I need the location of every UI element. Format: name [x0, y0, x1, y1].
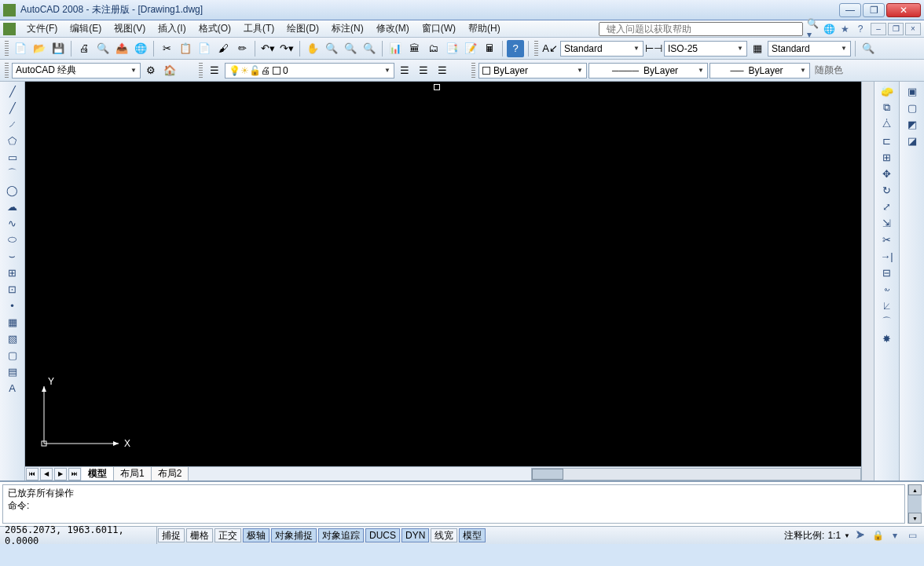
- region-button[interactable]: ▢: [4, 347, 21, 363]
- menu-modify[interactable]: 修改(M): [370, 20, 416, 37]
- color-combo[interactable]: ByLayer▼: [478, 63, 587, 79]
- menu-view[interactable]: 视图(V): [108, 20, 152, 37]
- tab-last-button[interactable]: ⏭: [68, 468, 81, 480]
- menu-tools[interactable]: 工具(T): [237, 20, 280, 37]
- dyn-toggle[interactable]: DYN: [402, 528, 429, 542]
- annot-autoscale-icon[interactable]: 🔒: [871, 528, 885, 542]
- close-button[interactable]: ✕: [886, 3, 921, 17]
- sheetset-button[interactable]: 📑: [443, 40, 460, 57]
- extend-button[interactable]: →|: [878, 248, 896, 264]
- gradient-button[interactable]: ▧: [4, 330, 21, 346]
- toolbar-grip[interactable]: [5, 63, 9, 79]
- sendback-button[interactable]: ▢: [904, 100, 921, 115]
- copy-obj-button[interactable]: ⧉: [878, 100, 896, 115]
- tablestyle-combo[interactable]: Standard▼: [768, 41, 851, 57]
- mirror-button[interactable]: ⧊: [878, 116, 896, 132]
- tab-model[interactable]: 模型: [82, 467, 114, 480]
- horizontal-scrollbar[interactable]: [531, 468, 861, 480]
- spline-button[interactable]: ∿: [4, 215, 21, 231]
- arc-button[interactable]: ⌒: [4, 166, 21, 181]
- polar-toggle[interactable]: 极轴: [243, 528, 270, 542]
- help-icon[interactable]: ?: [853, 22, 867, 36]
- erase-button[interactable]: 🧽: [878, 83, 896, 99]
- model-canvas[interactable]: X Y: [25, 82, 861, 466]
- linetype-combo[interactable]: ────ByLayer▼: [588, 63, 708, 79]
- new-button[interactable]: 📄: [12, 40, 29, 57]
- search-icon[interactable]: 🔍▾: [806, 22, 820, 36]
- help-search-input[interactable]: [599, 22, 803, 36]
- annot-visibility-icon[interactable]: ⮞: [853, 528, 867, 542]
- fillet-button[interactable]: ⌒: [878, 314, 896, 330]
- menu-help[interactable]: 帮助(H): [462, 20, 507, 37]
- menu-edit[interactable]: 编辑(E): [64, 20, 108, 37]
- chamfer-button[interactable]: ⟀: [878, 298, 896, 313]
- quickcalc-button[interactable]: 🖩: [481, 40, 498, 57]
- toolbar-grip[interactable]: [199, 63, 203, 79]
- layer-states-button[interactable]: ☰: [415, 62, 432, 79]
- table-button[interactable]: ▤: [4, 363, 21, 379]
- my-workspace-button[interactable]: 🏠: [161, 62, 178, 79]
- ducs-toggle[interactable]: DUCS: [365, 528, 400, 542]
- coordinates[interactable]: 2056.2073, 1963.6011, 0.0000: [0, 527, 157, 544]
- bringfront-button[interactable]: ▣: [904, 83, 921, 99]
- tab-layout2[interactable]: 布局2: [152, 467, 189, 480]
- layer-previous-button[interactable]: ☰: [396, 62, 413, 79]
- pan-button[interactable]: ✋: [304, 40, 321, 57]
- trim-button[interactable]: ✂: [878, 232, 896, 247]
- insertblock-button[interactable]: ⊞: [4, 265, 21, 280]
- comm-center-icon[interactable]: 🌐: [822, 22, 836, 36]
- print-button[interactable]: 🖨: [75, 40, 93, 57]
- zoom-window-button[interactable]: 🔍: [342, 40, 359, 57]
- mtext-button[interactable]: A: [4, 380, 21, 396]
- xline-button[interactable]: ╱: [4, 100, 21, 115]
- redo-button[interactable]: ↷▾: [278, 40, 295, 57]
- ortho-toggle[interactable]: 正交: [214, 528, 241, 542]
- markup-button[interactable]: 📝: [462, 40, 479, 57]
- grid-toggle[interactable]: 栅格: [186, 528, 213, 542]
- annot-scale-value[interactable]: 1:1: [827, 530, 841, 541]
- point-button[interactable]: •: [4, 298, 21, 313]
- zoom-realtime-button[interactable]: 🔍: [323, 40, 340, 57]
- plot-preview-button[interactable]: 🔍: [94, 40, 112, 57]
- workspace-settings-button[interactable]: ⚙: [142, 62, 160, 79]
- search-button[interactable]: 🔍: [860, 40, 877, 57]
- doc-minimize-button[interactable]: –: [871, 23, 886, 35]
- undo-button[interactable]: ↶▾: [259, 40, 277, 57]
- 3ddwf-button[interactable]: 🌐: [132, 40, 149, 57]
- snap-toggle[interactable]: 捕捉: [158, 528, 185, 542]
- bringabove-button[interactable]: ◩: [904, 116, 921, 132]
- stretch-button[interactable]: ⇲: [878, 215, 896, 231]
- minimize-button[interactable]: —: [839, 3, 861, 17]
- tablestyle-icon[interactable]: ▦: [749, 40, 766, 57]
- doc-close-button[interactable]: ×: [905, 23, 921, 35]
- command-input[interactable]: 已放弃所有操作 命令:: [2, 484, 905, 524]
- toolpalettes-button[interactable]: 🗂: [424, 40, 442, 57]
- menu-format[interactable]: 格式(O): [192, 20, 237, 37]
- polygon-button[interactable]: ⬠: [4, 133, 21, 148]
- vertical-scrollbar[interactable]: [861, 82, 874, 480]
- doc-restore-button[interactable]: ❐: [888, 23, 904, 35]
- statusbar-menu-icon[interactable]: ▾: [888, 528, 902, 542]
- hatch-button[interactable]: ▦: [4, 314, 21, 330]
- rotate-button[interactable]: ↻: [878, 182, 896, 198]
- textstyle-combo[interactable]: Standard▼: [560, 41, 644, 57]
- workspace-combo[interactable]: AutoCAD 经典▼: [12, 63, 141, 79]
- layer-match-button[interactable]: ☰: [434, 62, 451, 79]
- tab-next-button[interactable]: ▶: [54, 468, 67, 480]
- dimstyle-combo[interactable]: ISO-25▼: [664, 41, 747, 57]
- zoom-previous-button[interactable]: 🔍: [361, 40, 378, 57]
- help-button[interactable]: ?: [507, 40, 524, 57]
- tab-prev-button[interactable]: ◀: [40, 468, 53, 480]
- rectangle-button[interactable]: ▭: [4, 149, 21, 165]
- osnap-toggle[interactable]: 对象捕捉: [271, 528, 317, 542]
- layer-manager-button[interactable]: ☰: [206, 62, 223, 79]
- break-button[interactable]: ⊟: [878, 265, 896, 280]
- offset-button[interactable]: ⊏: [878, 133, 896, 148]
- ellipse-button[interactable]: ⬭: [4, 232, 21, 247]
- tab-layout1[interactable]: 布局1: [114, 467, 152, 480]
- dimstyle-icon[interactable]: ⊢⊣: [645, 40, 662, 57]
- move-button[interactable]: ✥: [878, 166, 896, 181]
- menu-insert[interactable]: 插入(I): [152, 20, 192, 37]
- toolbar-grip[interactable]: [534, 41, 538, 57]
- otrack-toggle[interactable]: 对象追踪: [318, 528, 364, 542]
